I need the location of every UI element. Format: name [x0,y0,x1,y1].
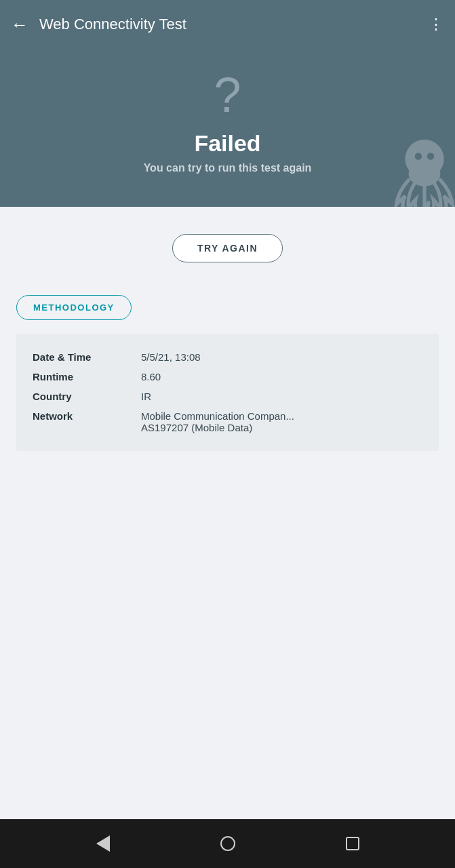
info-table: Date & Time 5/5/21, 13:08 Runtime 8.60 C… [16,334,439,451]
table-row: Network Mobile Communication Compan... A… [33,406,422,437]
main-content: TRY AGAIN METHODOLOGY Date & Time 5/5/21… [0,207,455,819]
svg-point-1 [409,161,441,186]
nav-home-button[interactable] [220,836,235,851]
nav-back-button[interactable] [96,835,110,852]
svg-point-3 [427,153,434,159]
date-time-label: Date & Time [33,351,141,363]
page-title: Web Connectivity Test [39,16,429,33]
network-value: Mobile Communication Compan... AS197207 … [141,410,422,433]
country-label: Country [33,391,141,402]
try-again-button[interactable]: TRY AGAIN [172,234,283,262]
table-row: Runtime 8.60 [33,367,422,387]
home-nav-icon [220,836,235,851]
table-row: Date & Time 5/5/21, 13:08 [33,347,422,367]
methodology-button[interactable]: METHODOLOGY [16,295,132,320]
hero-section: ? Failed You can try to run this test ag… [0,49,455,207]
network-line1: Mobile Communication Compan... [141,410,294,422]
recents-nav-icon [346,837,359,850]
octopus-watermark-icon [380,125,455,207]
back-button[interactable]: ← [11,16,28,33]
top-bar: ← Web Connectivity Test ⋮ [0,0,455,49]
status-title: Failed [194,130,260,157]
network-label: Network [33,410,141,422]
network-line2: AS197207 (Mobile Data) [141,422,252,433]
svg-point-2 [415,153,422,159]
runtime-value: 8.60 [141,371,422,382]
runtime-label: Runtime [33,371,141,382]
country-value: IR [141,391,422,402]
nav-bar [0,819,455,868]
status-icon: ? [214,71,241,119]
overflow-menu-button[interactable]: ⋮ [429,17,444,32]
status-subtitle: You can try to run this test again [144,162,312,174]
back-nav-icon [96,835,110,852]
date-time-value: 5/5/21, 13:08 [141,351,422,363]
nav-recents-button[interactable] [346,837,359,850]
table-row: Country IR [33,387,422,406]
